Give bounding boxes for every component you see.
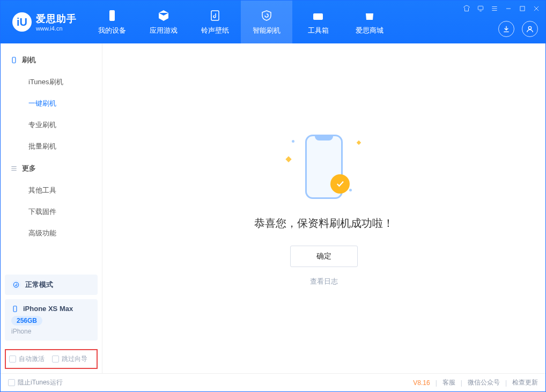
tab-ringtones-wallpapers[interactable]: 铃声壁纸: [189, 1, 241, 43]
svg-rect-1: [211, 11, 219, 20]
logo: iU 爱思助手 www.i4.cn: [1, 1, 86, 43]
logo-icon: iU: [12, 12, 32, 32]
checkbox-auto-activate[interactable]: 自动激活: [9, 354, 45, 364]
link-check-update[interactable]: 检查更新: [512, 378, 538, 387]
cube-icon: [157, 9, 171, 23]
sidebar-item-batch-flash[interactable]: 批量刷机: [1, 136, 102, 157]
svg-rect-0: [109, 10, 115, 21]
header-right-icons: [498, 21, 538, 37]
main-content: 恭喜您，保资料刷机成功啦！ 确定 查看日志: [102, 43, 545, 373]
user-icon[interactable]: [522, 21, 538, 37]
sparkle-icon: [357, 140, 361, 145]
device-type: iPhone: [11, 328, 91, 335]
checkbox-label: 自动激活: [19, 354, 45, 364]
header-tabs: 我的设备 应用游戏 铃声壁纸 智能刷机 工具箱 爱思商城: [86, 1, 395, 43]
tab-label: 我的设备: [98, 26, 126, 35]
refresh-shield-icon: [260, 9, 274, 23]
app-name: 爱思助手: [36, 12, 77, 25]
sidebar-item-download-firmware[interactable]: 下载固件: [1, 201, 102, 223]
sidebar-item-itunes-flash[interactable]: iTunes刷机: [1, 71, 102, 93]
checkbox-icon: [52, 356, 59, 363]
success-message: 恭喜您，保资料刷机成功啦！: [254, 216, 394, 231]
sidebar-item-oneclick-flash[interactable]: 一键刷机: [1, 93, 102, 114]
storage-badge: 256GB: [11, 316, 42, 326]
device-phone-icon: [11, 305, 19, 313]
list-icon: [10, 165, 18, 172]
mode-label: 正常模式: [25, 280, 53, 290]
sidebar-item-other-tools[interactable]: 其他工具: [1, 180, 102, 201]
window-controls: [462, 4, 541, 13]
checkbox-block-itunes[interactable]: 阻止iTunes运行: [8, 378, 63, 387]
sidebar: 刷机 iTunes刷机 一键刷机 专业刷机 批量刷机 更多 其他工具 下载固件 …: [1, 43, 102, 373]
checkbox-label: 跳过向导: [62, 354, 87, 364]
mode-card[interactable]: 正常模式: [5, 275, 98, 295]
phone-icon: [10, 56, 18, 64]
app-window: iU 爱思助手 www.i4.cn 我的设备 应用游戏 铃声壁纸 智能刷机: [0, 0, 546, 392]
link-support[interactable]: 客服: [442, 378, 455, 387]
checkbox-icon: [8, 379, 15, 386]
version-label: V8.16: [413, 379, 430, 387]
sidebar-item-advanced[interactable]: 高级功能: [1, 223, 102, 244]
svg-point-7: [13, 282, 18, 287]
tab-toolbox[interactable]: 工具箱: [292, 1, 344, 43]
sidebar-group-more: 更多: [1, 157, 102, 180]
download-icon[interactable]: [498, 21, 514, 37]
maximize-icon[interactable]: [518, 4, 527, 13]
tab-my-device[interactable]: 我的设备: [86, 1, 138, 43]
checkbox-icon: [9, 356, 16, 363]
titlebar: iU 爱思助手 www.i4.cn 我的设备 应用游戏 铃声壁纸 智能刷机: [1, 1, 545, 43]
tab-label: 应用游戏: [150, 26, 178, 35]
toolbox-icon: [311, 9, 325, 23]
mode-icon: [11, 280, 21, 290]
skin-icon[interactable]: [462, 4, 471, 13]
statusbar: 阻止iTunes运行 V8.16 | 客服 | 微信公众号 | 检查更新: [1, 373, 545, 391]
svg-rect-2: [313, 13, 323, 20]
checkbox-label: 阻止iTunes运行: [18, 378, 63, 387]
device-icon: [105, 9, 119, 23]
checkbox-skip-guide[interactable]: 跳过向导: [52, 354, 87, 364]
group-title: 刷机: [22, 55, 36, 65]
sidebar-item-pro-flash[interactable]: 专业刷机: [1, 114, 102, 136]
tab-label: 铃声壁纸: [201, 26, 229, 35]
menu-icon[interactable]: [490, 4, 499, 13]
tab-label: 智能刷机: [253, 26, 281, 35]
dot-icon: [292, 140, 294, 143]
bag-icon: [363, 9, 377, 23]
link-wechat[interactable]: 微信公众号: [468, 378, 500, 387]
svg-rect-3: [478, 6, 483, 10]
close-icon[interactable]: [532, 4, 541, 13]
svg-rect-4: [520, 6, 525, 11]
sparkle-icon: [285, 156, 291, 162]
tab-label: 爱思商城: [356, 26, 383, 35]
checkmark-badge-icon: [330, 174, 350, 194]
tab-smart-flash[interactable]: 智能刷机: [241, 1, 292, 43]
music-note-icon: [208, 9, 222, 23]
minimize-icon[interactable]: [504, 4, 513, 13]
ok-button[interactable]: 确定: [290, 246, 358, 267]
options-row: 自动激活 跳过向导: [5, 349, 98, 369]
tab-store[interactable]: 爱思商城: [344, 1, 395, 43]
tab-apps-games[interactable]: 应用游戏: [138, 1, 189, 43]
dot-icon: [349, 189, 352, 191]
svg-rect-6: [12, 57, 16, 63]
device-name: iPhone XS Max: [23, 305, 73, 313]
view-log-link[interactable]: 查看日志: [310, 277, 338, 286]
device-card[interactable]: iPhone XS Max 256GB iPhone: [5, 299, 98, 341]
tab-label: 工具箱: [308, 26, 329, 35]
group-title: 更多: [22, 164, 36, 173]
svg-point-5: [528, 26, 531, 29]
sidebar-group-flash: 刷机: [1, 49, 102, 71]
body: 刷机 iTunes刷机 一键刷机 专业刷机 批量刷机 更多 其他工具 下载固件 …: [1, 43, 545, 373]
app-url: www.i4.cn: [36, 25, 77, 32]
feedback-icon[interactable]: [476, 4, 485, 13]
svg-rect-8: [13, 306, 17, 312]
success-illustration: [281, 130, 367, 205]
